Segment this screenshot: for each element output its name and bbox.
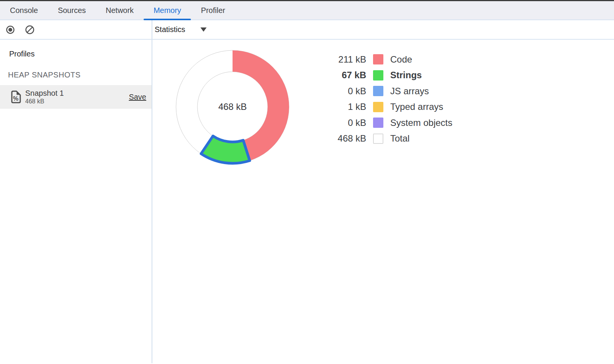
legend-swatch-system-objects-icon — [373, 118, 383, 128]
legend-swatch-js-arrays-icon — [373, 86, 383, 96]
tab-label: Sources — [58, 6, 86, 15]
save-snapshot-link[interactable]: Save — [129, 93, 146, 101]
legend-label: JS arrays — [390, 86, 429, 97]
legend-value: 0 kB — [309, 118, 366, 128]
legend-value: 0 kB — [309, 86, 366, 97]
legend-swatch-typed-arrays-icon — [373, 102, 383, 112]
perspective-select-value: Statistics — [155, 25, 185, 34]
legend-label: Strings — [390, 70, 422, 81]
heap-statistics-donut-chart: 468 kB — [171, 46, 294, 168]
tab-label: Network — [106, 6, 134, 15]
profiles-sidebar: Profiles HEAP SNAPSHOTS % Snapshot 1 468… — [0, 40, 152, 363]
snapshot-size: 468 kB — [25, 98, 129, 105]
clear-all-profiles-button[interactable] — [25, 25, 35, 35]
legend-label: Code — [390, 54, 412, 65]
chevron-down-icon — [200, 27, 207, 32]
legend-value: 1 kB — [309, 101, 366, 112]
snapshot-icon-glyph: % — [13, 95, 18, 102]
tab-console[interactable]: Console — [0, 1, 48, 19]
active-tab-underline — [144, 19, 191, 20]
snapshot-text-block: Snapshot 1 468 kB — [25, 89, 129, 105]
tab-memory[interactable]: Memory — [144, 1, 191, 19]
heap-snapshots-section-heading: HEAP SNAPSHOTS — [0, 59, 152, 85]
legend-value: 468 kB — [309, 133, 366, 144]
panel-tab-bar: ConsoleSourcesNetworkMemoryProfiler — [0, 1, 614, 20]
record-heap-snapshot-button[interactable] — [6, 25, 15, 34]
legend-swatch-code-icon — [373, 54, 383, 64]
tab-label: Profiler — [201, 6, 225, 15]
tab-profiler[interactable]: Profiler — [191, 1, 235, 19]
toolbar-left-section — [0, 20, 152, 39]
toolbar-right-section: Statistics — [152, 20, 614, 39]
legend-row-strings[interactable]: 67 kBStrings — [309, 68, 452, 84]
legend-label: System objects — [390, 118, 452, 128]
legend-row-js-arrays[interactable]: 0 kBJS arrays — [309, 83, 452, 99]
snapshot-title: Snapshot 1 — [25, 89, 129, 98]
snapshot-list-item[interactable]: % Snapshot 1 468 kB Save — [0, 85, 152, 109]
legend-row-code[interactable]: 211 kBCode — [309, 52, 452, 68]
legend-label: Typed arrays — [390, 101, 443, 112]
profiles-heading: Profiles — [0, 40, 152, 59]
tab-label: Memory — [154, 6, 181, 15]
record-icon — [6, 25, 15, 34]
clear-icon — [25, 25, 35, 35]
tab-sources[interactable]: Sources — [48, 1, 95, 19]
memory-toolbar: Statistics — [0, 20, 614, 40]
statistics-main-view: 468 kB 211 kBCode67 kBStrings0 kBJS arra… — [152, 40, 614, 363]
legend-label: Total — [390, 133, 410, 144]
panel-content: Profiles HEAP SNAPSHOTS % Snapshot 1 468… — [0, 40, 614, 363]
donut-chart-svg — [171, 46, 294, 168]
donut-outline-circle — [197, 72, 268, 142]
donut-segment-strings[interactable] — [201, 136, 250, 163]
legend-value: 211 kB — [309, 54, 366, 65]
tab-label: Console — [10, 6, 38, 15]
legend-row-typed-arrays[interactable]: 1 kBTyped arrays — [309, 99, 452, 115]
legend-row-total[interactable]: 468 kBTotal — [309, 131, 452, 147]
chart-legend: 211 kBCode67 kBStrings0 kBJS arrays1 kBT… — [309, 52, 452, 147]
tab-network[interactable]: Network — [96, 1, 144, 19]
legend-swatch-total-icon — [373, 134, 383, 144]
heap-snapshot-file-icon: % — [11, 90, 21, 103]
perspective-select[interactable]: Statistics — [155, 24, 207, 35]
legend-swatch-strings-icon — [373, 70, 383, 81]
devtools-window: ConsoleSourcesNetworkMemoryProfiler Stat… — [0, 0, 614, 363]
legend-value: 67 kB — [309, 70, 366, 81]
legend-row-system-objects[interactable]: 0 kBSystem objects — [309, 115, 452, 131]
